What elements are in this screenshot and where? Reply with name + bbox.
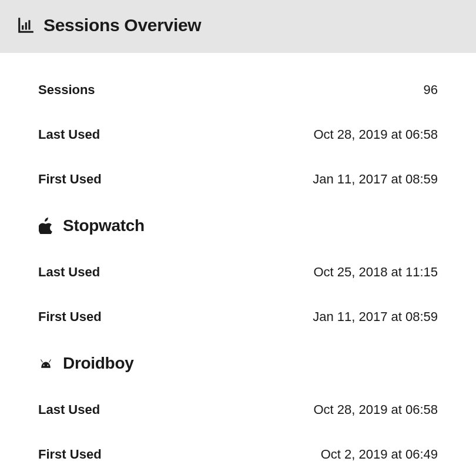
app-header-droidboy: Droidboy <box>38 354 438 402</box>
svg-line-5 <box>41 360 43 362</box>
stat-label: First Used <box>38 172 102 187</box>
app-stat-row-first-used: First Used Jan 11, 2017 at 08:59 <box>38 309 438 354</box>
stat-row-sessions: Sessions 96 <box>38 82 438 127</box>
svg-point-3 <box>43 365 45 366</box>
bar-chart-icon <box>16 16 35 35</box>
stat-label: Sessions <box>38 82 95 98</box>
stat-value: Oct 28, 2019 at 06:58 <box>313 402 438 417</box>
stat-row-last-used: Last Used Oct 28, 2019 at 06:58 <box>38 127 438 172</box>
svg-rect-2 <box>28 20 30 29</box>
stat-label: Last Used <box>38 127 100 142</box>
stat-label: First Used <box>38 447 102 462</box>
stat-label: Last Used <box>38 265 100 280</box>
sessions-content[interactable]: Sessions 96 Last Used Oct 28, 2019 at 06… <box>0 53 476 462</box>
app-stat-row-last-used: Last Used Oct 28, 2019 at 06:58 <box>38 402 438 447</box>
stat-value: Jan 11, 2017 at 08:59 <box>313 309 438 325</box>
apple-icon <box>38 218 53 233</box>
svg-rect-0 <box>22 25 24 30</box>
page-title: Sessions Overview <box>43 15 201 35</box>
stat-value: 96 <box>424 82 438 98</box>
stat-value: Oct 25, 2018 at 11:15 <box>313 265 438 280</box>
app-stat-row-first-used: First Used Oct 2, 2019 at 06:49 <box>38 447 438 462</box>
svg-rect-1 <box>25 22 27 30</box>
app-name: Droidboy <box>63 354 133 373</box>
stat-row-first-used: First Used Jan 11, 2017 at 08:59 <box>38 172 438 216</box>
stat-label: Last Used <box>38 402 100 417</box>
android-icon <box>38 356 53 371</box>
app-header-stopwatch: Stopwatch <box>38 216 438 265</box>
app-name: Stopwatch <box>63 216 145 235</box>
panel-header: Sessions Overview <box>0 0 476 53</box>
stat-value: Oct 28, 2019 at 06:58 <box>313 127 438 142</box>
app-stat-row-last-used: Last Used Oct 25, 2018 at 11:15 <box>38 265 438 309</box>
stat-value: Jan 11, 2017 at 08:59 <box>313 172 438 187</box>
svg-line-6 <box>49 360 51 362</box>
stat-value: Oct 2, 2019 at 06:49 <box>321 447 438 462</box>
stat-label: First Used <box>38 309 102 325</box>
svg-point-4 <box>47 365 48 366</box>
